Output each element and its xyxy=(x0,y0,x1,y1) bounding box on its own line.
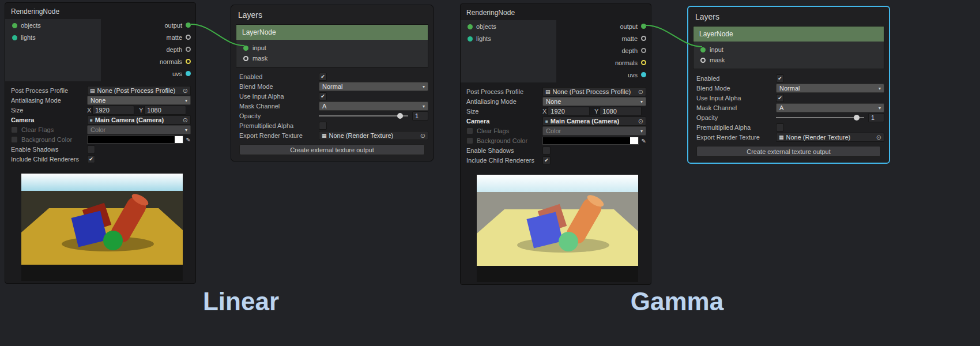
port-objects[interactable]: objects xyxy=(5,19,101,31)
port-label: matte xyxy=(166,34,182,41)
include-child-renderers-checkbox[interactable] xyxy=(542,156,551,164)
create-external-texture-button[interactable]: Create external texture output xyxy=(696,146,881,157)
premultiplied-alpha-checkbox[interactable] xyxy=(319,122,327,130)
object-picker-icon[interactable]: ⊙ xyxy=(420,132,425,140)
port-normals[interactable]: normals xyxy=(160,55,195,67)
field-label: Blend Mode xyxy=(696,85,776,92)
camera-field[interactable]: ■ Main Camera (Camera) ⊙ xyxy=(542,116,646,126)
layer-node-header[interactable]: LayerNode xyxy=(693,27,884,42)
clear-flags-checkbox[interactable] xyxy=(11,126,18,133)
port-normals[interactable]: normals xyxy=(615,57,651,69)
premultiplied-alpha-checkbox[interactable] xyxy=(776,123,784,131)
port-output[interactable]: output xyxy=(615,20,651,32)
port-dot[interactable] xyxy=(186,35,191,40)
port-dot[interactable] xyxy=(12,23,17,28)
port-dot[interactable] xyxy=(468,24,473,29)
antialiasing-dropdown[interactable]: None ▾ xyxy=(542,97,646,106)
port-dot[interactable] xyxy=(700,47,706,52)
use-input-alpha-checkbox[interactable] xyxy=(776,94,784,102)
size-x-input[interactable]: 1920 xyxy=(92,106,134,115)
port-lights[interactable]: lights xyxy=(461,32,556,44)
node-title[interactable]: RenderingNode xyxy=(5,3,195,19)
enabled-checkbox[interactable] xyxy=(319,73,327,81)
enabled-checkbox[interactable] xyxy=(776,74,784,82)
port-dot[interactable] xyxy=(641,60,646,65)
port-dot[interactable] xyxy=(12,35,17,40)
port-input[interactable]: input xyxy=(693,44,884,55)
port-matte[interactable]: matte xyxy=(160,31,195,43)
background-color-checkbox[interactable] xyxy=(11,136,18,143)
size-y-input[interactable]: 1080 xyxy=(144,106,186,115)
create-external-texture-button[interactable]: Create external texture output xyxy=(239,144,425,155)
clear-flags-dropdown[interactable]: Color ▾ xyxy=(542,126,646,136)
port-dot[interactable] xyxy=(641,48,646,53)
post-process-profile-field[interactable]: ▤ None (Post Process Profile) ⊙ xyxy=(87,86,191,95)
port-dot[interactable] xyxy=(468,36,473,42)
include-child-renderers-checkbox[interactable] xyxy=(87,155,95,163)
port-dot[interactable] xyxy=(243,56,248,61)
port-mask[interactable]: mask xyxy=(693,55,884,65)
slider-track xyxy=(319,115,408,116)
eyedropper-icon[interactable]: ✎ xyxy=(186,137,191,143)
chevron-down-icon: ▾ xyxy=(423,104,425,109)
object-picker-icon[interactable]: ⊙ xyxy=(183,116,188,124)
node-title[interactable]: RenderingNode xyxy=(461,4,651,20)
port-mask[interactable]: mask xyxy=(236,53,428,63)
blend-mode-dropdown[interactable]: Normal ▾ xyxy=(776,84,884,93)
port-dot[interactable] xyxy=(700,58,706,63)
port-depth[interactable]: depth xyxy=(615,44,651,57)
blend-mode-dropdown[interactable]: Normal ▾ xyxy=(319,82,428,91)
size-y-input[interactable]: 1080 xyxy=(600,107,642,116)
post-process-profile-field[interactable]: ▤ None (Post Process Profile) ⊙ xyxy=(542,87,646,96)
port-dot[interactable] xyxy=(243,46,248,51)
antialiasing-dropdown[interactable]: None ▾ xyxy=(87,96,191,105)
port-dot[interactable] xyxy=(641,36,646,41)
background-color-checkbox[interactable] xyxy=(466,137,473,144)
port-dot[interactable] xyxy=(186,59,191,64)
port-uvs[interactable]: uvs xyxy=(160,67,195,80)
mask-channel-dropdown[interactable]: A ▾ xyxy=(776,103,884,112)
port-dot[interactable] xyxy=(641,24,646,29)
dropdown-value: None xyxy=(91,97,105,104)
enable-shadows-checkbox[interactable] xyxy=(87,145,95,153)
field-label: Premultiplied Alpha xyxy=(696,124,776,131)
eyedropper-icon[interactable]: ✎ xyxy=(642,138,646,144)
object-picker-icon[interactable]: ⊙ xyxy=(638,118,643,125)
port-dot[interactable] xyxy=(186,71,191,76)
color-swatch[interactable] xyxy=(87,136,183,144)
port-dot[interactable] xyxy=(186,22,191,28)
clear-flags-dropdown[interactable]: Color ▾ xyxy=(87,125,191,134)
mask-channel-row: Mask Channel A ▾ xyxy=(696,103,884,112)
object-picker-icon[interactable]: ⊙ xyxy=(183,87,188,95)
export-render-texture-field[interactable]: ▦ None (Render Texture) ⊙ xyxy=(319,131,428,140)
mask-channel-dropdown[interactable]: A ▾ xyxy=(319,101,428,111)
port-input[interactable]: input xyxy=(236,43,428,53)
use-input-alpha-checkbox[interactable] xyxy=(319,92,327,100)
port-dot[interactable] xyxy=(641,72,646,77)
clear-flags-checkbox[interactable] xyxy=(466,127,473,134)
opacity-value-input[interactable]: 1 xyxy=(412,111,428,121)
opacity-slider[interactable] xyxy=(319,112,408,119)
slider-handle[interactable] xyxy=(854,115,860,121)
slider-handle[interactable] xyxy=(397,113,403,119)
opacity-slider[interactable] xyxy=(776,114,864,121)
enable-shadows-checkbox[interactable] xyxy=(542,146,551,155)
port-matte[interactable]: matte xyxy=(615,32,651,44)
size-x-input[interactable]: 1920 xyxy=(548,107,590,116)
port-output[interactable]: output xyxy=(160,19,195,31)
object-picker-icon[interactable]: ⊙ xyxy=(876,134,881,141)
layer-node-header[interactable]: LayerNode xyxy=(236,25,428,40)
color-swatch[interactable] xyxy=(542,137,639,145)
object-picker-icon[interactable]: ⊙ xyxy=(638,88,643,96)
node-editor-canvas: { "colors": { "background": "#222327", "… xyxy=(0,0,980,346)
port-dot[interactable] xyxy=(186,47,191,52)
opacity-value-input[interactable]: 1 xyxy=(868,113,884,122)
port-uvs[interactable]: uvs xyxy=(615,69,651,81)
caption-gamma: Gamma xyxy=(624,287,730,316)
port-objects[interactable]: objects xyxy=(461,20,556,32)
camera-field[interactable]: ■ Main Camera (Camera) ⊙ xyxy=(87,115,191,125)
port-lights[interactable]: lights xyxy=(5,31,101,43)
rendering-node-panel: RenderingNode objects lights output matt… xyxy=(460,3,651,285)
port-depth[interactable]: depth xyxy=(160,43,195,55)
export-render-texture-field[interactable]: ▦ None (Render Texture) ⊙ xyxy=(776,133,884,142)
